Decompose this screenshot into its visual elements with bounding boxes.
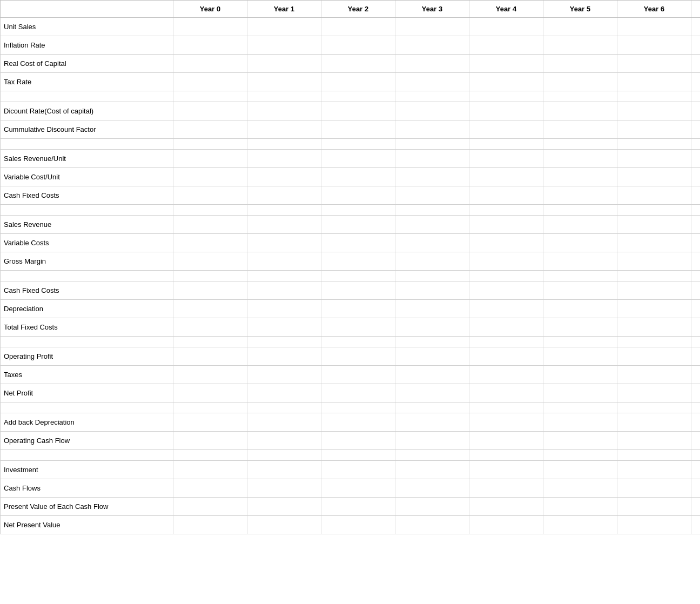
data-cell[interactable] [617,281,691,300]
data-cell[interactable] [617,120,691,139]
data-cell[interactable] [543,432,617,450]
data-cell[interactable] [691,234,701,252]
data-cell[interactable] [395,150,469,168]
data-cell[interactable] [247,205,321,216]
data-cell[interactable] [469,91,543,102]
data-cell[interactable] [691,168,701,186]
data-cell[interactable] [395,432,469,450]
data-cell[interactable] [395,318,469,337]
data-cell[interactable] [321,91,395,102]
data-cell[interactable] [691,139,701,150]
data-cell[interactable] [617,461,691,479]
data-cell[interactable] [543,450,617,461]
data-cell[interactable] [617,347,691,366]
data-cell[interactable] [617,91,691,102]
data-cell[interactable] [395,91,469,102]
data-cell[interactable] [469,498,543,516]
data-cell[interactable] [395,384,469,402]
data-cell[interactable] [691,413,701,432]
data-cell[interactable] [395,337,469,347]
data-cell[interactable] [543,337,617,347]
data-cell[interactable] [173,337,247,347]
data-cell[interactable] [469,347,543,366]
data-cell[interactable] [691,402,701,413]
data-cell[interactable] [321,168,395,186]
data-cell[interactable] [173,36,247,55]
data-cell[interactable] [691,432,701,450]
data-cell[interactable] [247,150,321,168]
data-cell[interactable] [617,102,691,120]
data-cell[interactable] [617,432,691,450]
data-cell[interactable] [247,139,321,150]
data-cell[interactable] [469,186,543,205]
data-cell[interactable] [247,186,321,205]
data-cell[interactable] [469,461,543,479]
data-cell[interactable] [469,479,543,498]
data-cell[interactable] [691,384,701,402]
data-cell[interactable] [691,300,701,318]
data-cell[interactable] [321,498,395,516]
data-cell[interactable] [543,102,617,120]
data-cell[interactable] [247,55,321,73]
data-cell[interactable] [395,168,469,186]
data-cell[interactable] [617,318,691,337]
data-cell[interactable] [469,432,543,450]
data-cell[interactable] [321,186,395,205]
data-cell[interactable] [543,281,617,300]
data-cell[interactable] [321,18,395,36]
data-cell[interactable] [395,102,469,120]
data-cell[interactable] [395,347,469,366]
data-cell[interactable] [247,281,321,300]
data-cell[interactable] [321,413,395,432]
data-cell[interactable] [543,402,617,413]
data-cell[interactable] [321,479,395,498]
data-cell[interactable] [395,300,469,318]
data-cell[interactable] [469,450,543,461]
data-cell[interactable] [321,366,395,384]
data-cell[interactable] [247,73,321,91]
data-cell[interactable] [321,234,395,252]
data-cell[interactable] [469,366,543,384]
data-cell[interactable] [543,91,617,102]
data-cell[interactable] [469,120,543,139]
data-cell[interactable] [691,73,701,91]
data-cell[interactable] [247,337,321,347]
data-cell[interactable] [469,205,543,216]
data-cell[interactable] [247,450,321,461]
data-cell[interactable] [691,252,701,271]
data-cell[interactable] [617,139,691,150]
data-cell[interactable] [691,150,701,168]
data-cell[interactable] [543,318,617,337]
data-cell[interactable] [247,461,321,479]
data-cell[interactable] [691,216,701,234]
data-cell[interactable] [617,18,691,36]
data-cell[interactable] [691,318,701,337]
data-cell[interactable] [543,55,617,73]
data-cell[interactable] [321,337,395,347]
data-cell[interactable] [469,234,543,252]
data-cell[interactable] [173,102,247,120]
data-cell[interactable] [247,234,321,252]
data-cell[interactable] [395,73,469,91]
data-cell[interactable] [247,18,321,36]
data-cell[interactable] [173,450,247,461]
data-cell[interactable] [469,384,543,402]
data-cell[interactable] [543,498,617,516]
data-cell[interactable] [173,216,247,234]
data-cell[interactable] [543,252,617,271]
data-cell[interactable] [469,36,543,55]
data-cell[interactable] [691,516,701,534]
data-cell[interactable] [543,168,617,186]
data-cell[interactable] [395,402,469,413]
data-cell[interactable] [543,413,617,432]
data-cell[interactable] [469,337,543,347]
data-cell[interactable] [543,205,617,216]
data-cell[interactable] [617,402,691,413]
data-cell[interactable] [691,450,701,461]
data-cell[interactable] [617,498,691,516]
data-cell[interactable] [691,337,701,347]
data-cell[interactable] [691,271,701,281]
data-cell[interactable] [321,384,395,402]
data-cell[interactable] [173,150,247,168]
data-cell[interactable] [321,205,395,216]
